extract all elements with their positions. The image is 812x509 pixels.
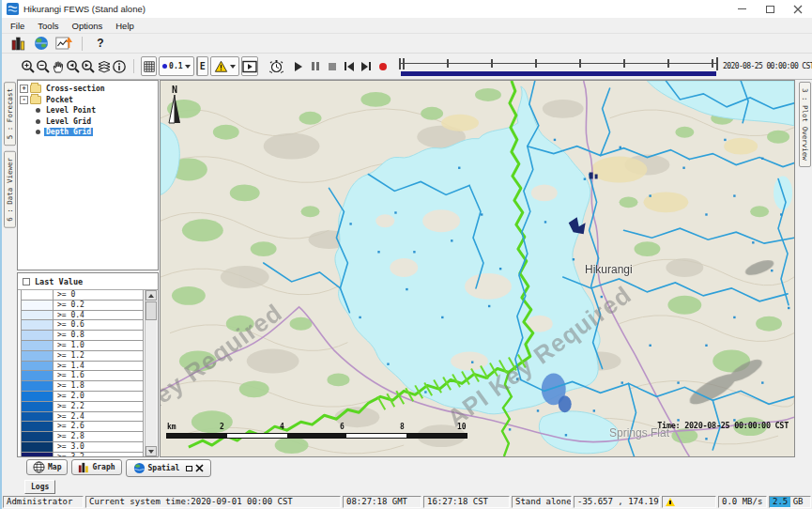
window-title: Hikurangi FEWS (Stand alone) — [23, 4, 146, 14]
time-slider-handle[interactable] — [403, 58, 405, 69]
tree-item-label: Pocket — [44, 96, 75, 104]
maximize-button[interactable] — [756, 0, 784, 18]
tab-graph[interactable]: Graph — [71, 459, 121, 475]
legend-row: >= 3.0 — [22, 442, 143, 453]
time-slider[interactable] — [399, 56, 718, 77]
zoom-out-icon — [36, 59, 51, 74]
tab-forecast[interactable]: 5 : Forecast — [4, 82, 16, 146]
legend-table: >= 0 >= 0.2 >= 0.4 — [21, 290, 144, 456]
app-logo-icon — [7, 3, 19, 15]
last-value-checkbox[interactable] — [23, 278, 30, 285]
time-navigator-button[interactable] — [268, 56, 284, 76]
tab-map[interactable]: Map — [26, 459, 68, 475]
legend-row: >= 2.0 — [22, 392, 143, 402]
toolbar-separator — [133, 59, 134, 73]
legend-color-swatch — [22, 362, 54, 371]
status-coordinates: -35.657 , 174.199 — [574, 496, 660, 508]
tree-item[interactable]: Level Point — [20, 105, 156, 116]
time-slider-ticks — [403, 59, 714, 68]
stop-button[interactable] — [326, 57, 339, 76]
zoom-next-button[interactable] — [81, 56, 96, 76]
pause-button[interactable] — [309, 57, 322, 76]
legend-row-label: >= 3.0 — [54, 442, 143, 452]
globe-icon — [34, 36, 49, 51]
threshold-dot-icon — [162, 64, 167, 69]
status-local-time: 16:27:18 CST — [423, 496, 510, 508]
tab-spatial[interactable]: Spatial — [126, 459, 212, 477]
timeseries-display-button[interactable] — [53, 35, 75, 53]
zoom-in-button[interactable] — [21, 56, 36, 76]
animation-button[interactable] — [241, 56, 258, 76]
minimize-button[interactable] — [728, 0, 756, 18]
dock-tab-bar: Map Graph Spatial — [2, 457, 812, 478]
close-pane-icon[interactable] — [195, 464, 204, 472]
info-button[interactable] — [112, 56, 127, 76]
legend-row-label: >= 0 — [54, 290, 143, 300]
legend-color-swatch — [22, 381, 54, 391]
tree-item[interactable]: Depth Grid — [20, 127, 156, 138]
legend-row-label: >= 2.6 — [54, 422, 143, 431]
legend-row: >= 1.8 — [22, 381, 143, 392]
map-viewport[interactable]: API Key Required API Key Required N Hiku… — [160, 80, 795, 457]
legend-scrollbar[interactable] — [145, 290, 157, 456]
legend-color-swatch — [22, 301, 54, 310]
menu-item[interactable]: Tools — [31, 19, 65, 33]
warnings-dropdown[interactable] — [210, 56, 239, 76]
database-display-button[interactable] — [8, 35, 30, 53]
tab-plot-overview[interactable]: 3 : Plot Overview — [799, 82, 811, 167]
legend-row-label: >= 0.2 — [54, 301, 143, 310]
go-to-end-button[interactable] — [360, 57, 373, 76]
legend-row: >= 0.4 — [22, 311, 143, 321]
legend-row: >= 2.8 — [22, 432, 143, 442]
labels-toggle-button[interactable]: E — [196, 56, 209, 76]
time-span-bar — [401, 71, 716, 76]
map-toolbar: 0.1 E — [17, 54, 812, 80]
scrollbar-thumb[interactable] — [146, 301, 157, 320]
legend-color-swatch — [22, 371, 54, 380]
legend-color-swatch — [22, 442, 54, 452]
tree-expander[interactable]: + — [20, 85, 28, 93]
map-display-button[interactable] — [30, 35, 53, 53]
go-to-start-button[interactable] — [343, 57, 356, 76]
zoom-out-button[interactable] — [36, 56, 51, 76]
legend-row: >= 2.2 — [22, 402, 143, 412]
warning-icon — [666, 498, 675, 506]
tree-item[interactable]: - Pocket — [20, 95, 156, 106]
tree-item[interactable]: Level Grid — [20, 116, 156, 128]
menu-item[interactable]: Options — [66, 19, 110, 33]
layers-icon — [97, 59, 112, 74]
play-button[interactable] — [292, 57, 305, 76]
menu-item[interactable]: Help — [109, 19, 141, 33]
pan-button[interactable] — [51, 56, 66, 76]
stop-icon — [329, 63, 336, 70]
record-button[interactable] — [376, 57, 390, 76]
tree-expander[interactable]: - — [20, 96, 28, 104]
close-button[interactable] — [784, 0, 812, 18]
legend-row-label: >= 1.6 — [54, 371, 143, 380]
north-arrow-icon — [168, 95, 181, 125]
tab-data-viewer[interactable]: 6 : Data Viewer — [4, 151, 16, 228]
zoom-previous-button[interactable] — [66, 56, 81, 76]
tree-item[interactable]: + Cross-section — [20, 84, 156, 95]
maximize-pane-icon[interactable] — [186, 466, 192, 471]
movie-icon — [242, 60, 257, 73]
minimize-icon — [738, 8, 746, 10]
logs-tab[interactable]: Logs — [24, 480, 55, 494]
map-canvas — [161, 81, 794, 456]
help-button[interactable]: ? — [89, 35, 112, 53]
bullet-icon — [36, 130, 40, 134]
menu-item[interactable]: File — [4, 19, 31, 33]
status-system-time: Current system time:2020-09-01 00:00 CST — [85, 496, 341, 508]
grid-display-button[interactable] — [141, 56, 157, 76]
scroll-down-arrow-icon[interactable] — [146, 446, 157, 456]
time-slider-end[interactable] — [716, 57, 719, 70]
threshold-dropdown[interactable]: 0.1 — [159, 56, 193, 76]
scroll-up-arrow-icon[interactable] — [146, 290, 157, 301]
title-bar: Hikurangi FEWS (Stand alone) — [2, 0, 812, 18]
zoom-previous-icon — [66, 59, 81, 74]
time-slider-handle[interactable] — [399, 58, 401, 69]
status-memory[interactable]: 2.5 GB — [769, 496, 811, 508]
folder-icon — [30, 85, 41, 93]
status-warning[interactable] — [662, 496, 716, 508]
layers-button[interactable] — [96, 56, 111, 76]
